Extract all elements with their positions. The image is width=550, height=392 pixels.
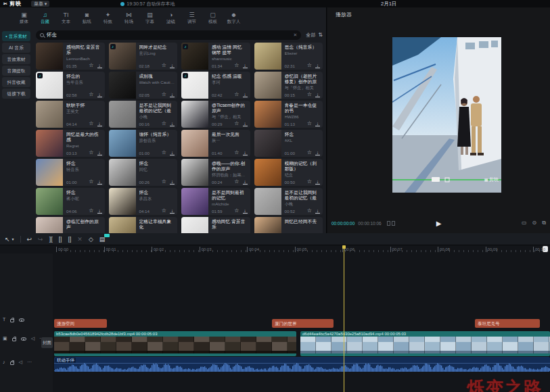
sort-icon[interactable]: ⇅ [318, 32, 323, 38]
music-card[interactable]: 怀念 承昌水 04:14 ☆ ↓ [109, 188, 178, 215]
music-card[interactable]: @晚——的你.创作的原声 怀旧歌曲：如果文彬是天蝎座+Many+4 00:24 … [181, 159, 250, 186]
download-icon[interactable]: ↓ [97, 121, 102, 126]
snap-icon[interactable]: ⊙ [532, 220, 537, 226]
music-card[interactable]: 是不是让我回到最初的记忆（最初的记忆） 小晚 00:16 ☆ ↓ [109, 101, 178, 128]
text-clip[interactable]: 厦门的世界 [272, 319, 334, 328]
music-card[interactable]: @临汇创作的原声 ☆ ↓ [36, 217, 105, 233]
clear-search-icon[interactable]: ✕ [293, 32, 297, 38]
tab-sticker[interactable]: ◙贴纸 [76, 7, 97, 28]
eye-icon[interactable] [21, 337, 26, 341]
music-card[interactable]: 怀念 轻音乐 01:00 ☆ ↓ [36, 159, 105, 186]
resolution-icon[interactable]: ▭ [522, 220, 527, 226]
favorite-icon[interactable]: ☆ [307, 150, 312, 155]
favorite-icon[interactable]: ☆ [307, 63, 312, 68]
music-card[interactable]: 怀念 蒋小呢 04:06 ☆ ↓ [36, 188, 105, 215]
sidebar-item[interactable]: 音效素材 [2, 54, 30, 64]
tab-avatar[interactable]: ☻数字人 [223, 7, 244, 28]
text-clip[interactable]: 漫游空间 [54, 319, 107, 328]
music-card[interactable]: 定格让幸福具象化 ☆ ↓ [109, 217, 178, 233]
music-card[interactable]: ♪ 纪念 伤感 温暖 李珂 02:42 ☆ ↓ [181, 72, 250, 99]
pointer-tool-icon[interactable]: ↖ [5, 233, 10, 245]
music-card[interactable]: 成别魂 Watch with Caution 02:05 ☆ ↓ [109, 72, 178, 99]
music-card[interactable]: @Ticsem创作的原声 与「怀念」相关 00:29 ☆ ↓ [181, 101, 250, 128]
music-card[interactable]: @忆旧（老照片修复）创作的原声 与「怀念」相关 00:15 ☆ ↓ [254, 72, 323, 99]
sidebar-item[interactable]: 链接下载 [2, 89, 30, 99]
music-card[interactable]: 缅怀（纯音乐） 原创音乐 01:00 ☆ ↓ [109, 130, 178, 157]
favorite-icon[interactable]: ☆ [234, 63, 239, 68]
download-icon[interactable]: ↓ [170, 121, 175, 126]
sidebar-item[interactable]: •音乐素材 [2, 31, 30, 41]
timeline-ruler[interactable]: 00:0000:0100:0200:0300:0400:0500:0600:07… [0, 245, 550, 253]
favorite-icon[interactable]: ☆ [307, 179, 312, 185]
music-card[interactable]: ♪ 回眸才是纪念 意识Ling 02:18 ☆ ↓ [109, 43, 178, 70]
favorite-icon[interactable]: ☆ [162, 92, 166, 97]
music-card[interactable]: 感动回忆 背景音乐 LennonBach 01:35 ☆ ↓ [36, 43, 105, 70]
music-card[interactable]: 感动回忆 背景音乐 ☆ ↓ [181, 217, 250, 233]
tab-adjust[interactable]: ☰调节 [181, 7, 202, 28]
favorite-icon[interactable]: ☆ [89, 208, 93, 214]
favorite-icon[interactable]: ☆ [307, 208, 312, 214]
music-card[interactable]: 是不是回到最初的记忆 mAlchide 01:59 ☆ ↓ [181, 188, 250, 215]
download-icon[interactable]: ↓ [243, 179, 248, 185]
music-card[interactable]: ♪ 感动 温情 回忆 钢琴 提琴 shanmusic 01:34 ☆ ↓ [181, 43, 250, 70]
favorite-icon[interactable]: ☆ [307, 92, 312, 97]
favorite-icon[interactable]: ☆ [162, 150, 166, 155]
music-card[interactable]: 是不是让我回到最初的记忆（最初的记忆） 小晚 00:52 ☆ ↓ [254, 188, 323, 215]
download-icon[interactable]: ↓ [243, 92, 248, 97]
lock-icon[interactable] [10, 319, 14, 322]
sidebar-item[interactable]: 音频提取 [2, 66, 30, 76]
menu-button[interactable]: 菜单 ▾ [31, 1, 49, 7]
music-card[interactable]: 最后一次见面 辰一 01:40 ☆ ↓ [181, 130, 250, 157]
tab-transition[interactable]: ⋈转场 [118, 7, 139, 28]
video-preview[interactable]: 剪映 [392, 37, 501, 193]
delete-icon[interactable]: ✕ [77, 233, 83, 245]
favorite-icon[interactable]: ☆ [89, 63, 93, 68]
speaker-icon[interactable]: ◁ [19, 360, 22, 365]
favorite-icon[interactable]: ☆ [162, 208, 166, 214]
favorite-icon[interactable]: ☆ [89, 179, 93, 185]
text-track-icon[interactable]: T [3, 317, 5, 322]
favorite-icon[interactable]: ☆ [162, 179, 166, 185]
tab-text[interactable]: TI文本 [55, 7, 76, 28]
favorite-icon[interactable]: ☆ [89, 150, 93, 155]
music-card[interactable]: 模糊的记忆（刹那版） 纪念 00:50 ☆ ↓ [254, 159, 323, 186]
music-card[interactable]: 怀念 回忆 00:26 ☆ ↓ [109, 159, 178, 186]
favorite-icon[interactable]: ☆ [234, 121, 239, 126]
split-right-icon[interactable]: |] [68, 233, 72, 245]
split-left-icon[interactable]: [| [59, 233, 62, 245]
favorite-icon[interactable]: ☆ [307, 121, 312, 126]
download-icon[interactable]: ↓ [243, 150, 248, 155]
favorite-icon[interactable]: ☆ [234, 179, 239, 185]
download-icon[interactable]: ↓ [97, 92, 102, 97]
filter-all-button[interactable]: 全部 [306, 32, 315, 39]
video-clip[interactable]: d6d44ea4bc5a4270a5430e25a810ad94.mp4 00:… [300, 331, 550, 356]
speaker-icon[interactable]: ◁ [31, 336, 35, 341]
download-icon[interactable]: ↓ [97, 63, 102, 68]
video-track-icon[interactable]: ▣ [3, 336, 7, 341]
download-icon[interactable]: ↓ [97, 150, 102, 155]
music-card[interactable]: ♪ 怀念的 当年音乐 02:58 ☆ ↓ [36, 72, 105, 99]
download-icon[interactable]: ↓ [315, 208, 320, 214]
download-icon[interactable]: ↓ [170, 92, 175, 97]
favorite-icon[interactable]: ☆ [234, 208, 239, 214]
playhead[interactable] [344, 245, 344, 392]
eye-icon[interactable] [19, 318, 24, 322]
music-card[interactable]: 耿耿于怀 王笑文 04:14 ☆ ↓ [36, 101, 105, 128]
music-card[interactable]: 怀念 AKL 01:00 ☆ ↓ [254, 130, 323, 157]
download-icon[interactable]: ↓ [315, 63, 320, 68]
sidebar-item[interactable]: AI 音乐 [2, 43, 30, 53]
search-input[interactable]: 怀念 ✕ [36, 30, 301, 40]
download-icon[interactable]: ↓ [170, 150, 175, 155]
favorite-icon[interactable]: ☆ [89, 121, 93, 126]
audio-clip[interactable]: 联动手伴 [54, 357, 550, 372]
video-clip[interactable]: b53cae8db0e045618942fcdb28de1bf3.mp4 00:… [54, 331, 296, 356]
lock-icon[interactable] [10, 362, 14, 365]
download-icon[interactable]: ↓ [97, 208, 102, 214]
mask-icon[interactable]: ◇ [89, 233, 93, 245]
undo-icon[interactable]: ↩ [27, 233, 32, 245]
download-icon[interactable]: ↓ [243, 208, 248, 214]
lock-icon[interactable] [12, 338, 16, 341]
tab-effects[interactable]: ✦特效 [97, 7, 118, 28]
download-icon[interactable]: ↓ [315, 150, 320, 155]
smart-tool-icon[interactable]: ▤ [99, 233, 106, 245]
